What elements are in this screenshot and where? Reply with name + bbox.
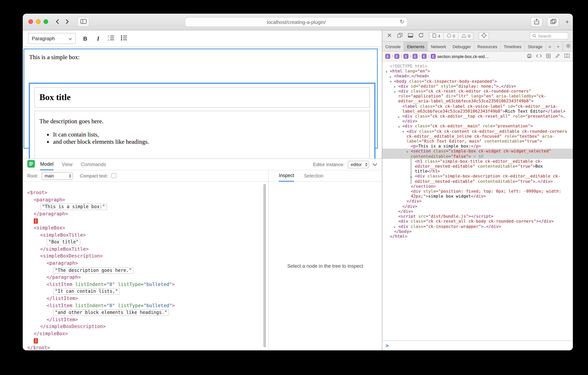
dom-tree-node[interactable]: <p>This is a simple box:</p>: [382, 144, 573, 149]
disclosure-open-icon[interactable]: ▼: [402, 130, 404, 135]
element-badge[interactable]: E: [413, 54, 418, 59]
element-badge[interactable]: E: [394, 54, 399, 59]
numbered-list-button[interactable]: 1.2.: [105, 33, 117, 44]
dom-tree-node[interactable]: ▶<head>…</head>: [382, 74, 573, 79]
dom-tree-node[interactable]: ▼<body class="ck-inspector-body-expanded…: [382, 79, 573, 84]
bulleted-list-button[interactable]: [118, 33, 130, 44]
simple-box-widget[interactable]: Box title The description goes here. It …: [29, 83, 376, 165]
dom-tree-node[interactable]: <h1 class="simple-box-title ck-editor__e…: [382, 159, 573, 174]
model-tree-node[interactable]: "Box title": [23, 239, 268, 245]
dom-tree-node[interactable]: </html>: [382, 234, 573, 239]
dom-tree-node[interactable]: ▼<div class="ck ck-editor__main" role="p…: [382, 124, 573, 129]
tab-network[interactable]: Network: [428, 42, 450, 51]
box-description[interactable]: The description goes here. It can contai…: [34, 111, 370, 160]
model-tree-node[interactable]: <paragraph>: [23, 260, 268, 267]
model-tree-scrollbar[interactable]: [263, 184, 266, 347]
tab-console[interactable]: Console: [382, 42, 404, 51]
dom-tree-node[interactable]: </body>: [382, 229, 573, 234]
dom-tree-node[interactable]: </section>: [382, 184, 573, 189]
tab-model[interactable]: Model: [40, 159, 54, 170]
dom-tree-node[interactable]: <script src="dist/bundle.js"></script>: [382, 214, 573, 219]
dom-tree-node[interactable]: ▶<div class="ck-inspector-wrapper">…</di…: [382, 224, 573, 229]
resources-badge[interactable]: 4: [429, 33, 443, 39]
edit-dom-button[interactable]: [555, 53, 560, 59]
model-tree-node[interactable]: </paragraph>: [23, 274, 268, 281]
disclosure-open-icon[interactable]: ▼: [407, 150, 408, 155]
root-select[interactable]: main: [42, 172, 73, 179]
breadcrumb-current[interactable]: section.simple-box.ck-wid…: [437, 54, 489, 59]
dom-tree-node[interactable]: ▶<div id="editor" style="display: none;"…: [382, 84, 573, 89]
back-button[interactable]: [52, 17, 62, 27]
url-field[interactable]: localhost/creating-a-plugin/ ↻: [185, 17, 408, 27]
dom-tree-node[interactable]: <!DOCTYPE html>: [382, 64, 573, 69]
minimize-window-button[interactable]: [36, 19, 41, 24]
reload-page-button[interactable]: [418, 33, 424, 39]
model-tree-node[interactable]: <$root>: [23, 189, 268, 196]
tab-elements[interactable]: Elements: [404, 42, 428, 51]
search-input[interactable]: [538, 33, 565, 38]
disclosure-closed-icon[interactable]: ▶: [411, 175, 412, 180]
sidebar-button[interactable]: [77, 17, 89, 27]
error-badge[interactable]: 0: [443, 33, 458, 39]
tab-view[interactable]: View: [62, 159, 73, 170]
forward-button[interactable]: [62, 17, 72, 27]
model-tree-node[interactable]: </$root>: [23, 344, 268, 350]
editor-instance-select[interactable]: editor: [348, 161, 369, 168]
devtools-search-field[interactable]: [530, 32, 568, 39]
model-tree-node[interactable]: </simpleBoxDescription>: [23, 323, 268, 330]
model-tree-node[interactable]: "This is a simple box:": [23, 203, 268, 210]
model-tree-node[interactable]: <simpleBoxDescription>: [23, 253, 268, 260]
tab-resources[interactable]: Resources: [474, 42, 501, 51]
tab-storage[interactable]: Storage: [525, 42, 546, 51]
detach-window-button[interactable]: [397, 33, 403, 39]
new-tab-button[interactable]: +: [563, 17, 571, 27]
model-tree-node[interactable]: <listItem listIndent="0" listType="bulle…: [23, 281, 268, 288]
italic-button[interactable]: I: [93, 33, 104, 44]
model-tree-node[interactable]: </simpleBox>: [23, 330, 268, 337]
element-badge[interactable]: E: [431, 54, 436, 59]
model-tree-node[interactable]: [: [23, 218, 268, 224]
dom-tree-node[interactable]: <label class="ck ck-label ck-voice-label…: [382, 104, 573, 114]
model-tree-node[interactable]: <simpleBox>: [23, 224, 268, 232]
dom-tree-node[interactable]: ▼<section class="simple-box ck-widget ck…: [382, 149, 573, 159]
reload-icon[interactable]: ↻: [400, 19, 404, 25]
model-tree-node[interactable]: "The description goes here.": [23, 267, 268, 274]
model-tree-node[interactable]: ]: [23, 337, 268, 344]
compact-text-checkbox[interactable]: [111, 173, 116, 178]
tab-timelines[interactable]: Timelines: [501, 42, 525, 51]
dom-tree-node[interactable]: </div>: [382, 209, 573, 214]
heading-dropdown[interactable]: Paragraph: [28, 33, 76, 44]
dom-tree-node[interactable]: <div style="position: fixed; top: 0px; l…: [382, 189, 573, 199]
model-tree-node[interactable]: <simpleBoxTitle>: [23, 232, 268, 239]
tab-debugger[interactable]: Debugger: [450, 42, 474, 51]
model-tree-node[interactable]: </listItem>: [23, 316, 268, 323]
tab-commands[interactable]: Commands: [81, 159, 106, 170]
grid-overlay-button[interactable]: [546, 53, 551, 59]
dom-tree-node[interactable]: </div>: [382, 204, 573, 209]
split-view-button[interactable]: [564, 54, 570, 59]
print-button[interactable]: [527, 53, 532, 59]
close-window-button[interactable]: [28, 19, 33, 24]
dom-tree-node[interactable]: ▶<div class="ck ck-editor__top ck-reset_…: [382, 114, 573, 124]
disclosure-open-icon[interactable]: ▼: [394, 90, 396, 95]
dock-bottom-button[interactable]: [408, 33, 413, 39]
tab-selection[interactable]: Selection: [304, 170, 324, 181]
model-tree-node[interactable]: <paragraph>: [23, 196, 268, 203]
rich-text-editor[interactable]: This is a simple box: Box title The desc…: [23, 49, 378, 149]
element-badge[interactable]: E: [385, 54, 390, 59]
tabs-overview-button[interactable]: [547, 17, 559, 27]
disclosure-closed-icon[interactable]: ▶: [398, 115, 400, 120]
box-title[interactable]: Box title: [34, 87, 370, 108]
model-tree-node[interactable]: "It can contain lists,": [23, 288, 268, 295]
add-tab-button[interactable]: +: [554, 42, 562, 51]
dom-tree-node[interactable]: ▶<div class="simple-box-description ck-e…: [382, 174, 573, 184]
dom-tree-node[interactable]: </div>: [382, 199, 573, 204]
model-tree-node[interactable]: <listItem listIndent="0" listType="bulle…: [23, 302, 268, 309]
bold-button[interactable]: B: [80, 33, 91, 44]
warning-badge[interactable]: 0: [458, 33, 473, 39]
collapse-inspector-button[interactable]: [372, 162, 377, 167]
dom-tree-node[interactable]: ▼<html lang="en">: [382, 69, 573, 74]
dom-tree-node[interactable]: ▼<div class="ck ck-reset ck-editor ck-ro…: [382, 89, 573, 104]
element-picker-button[interactable]: [479, 32, 489, 40]
model-tree-node[interactable]: </listItem>: [23, 295, 268, 302]
